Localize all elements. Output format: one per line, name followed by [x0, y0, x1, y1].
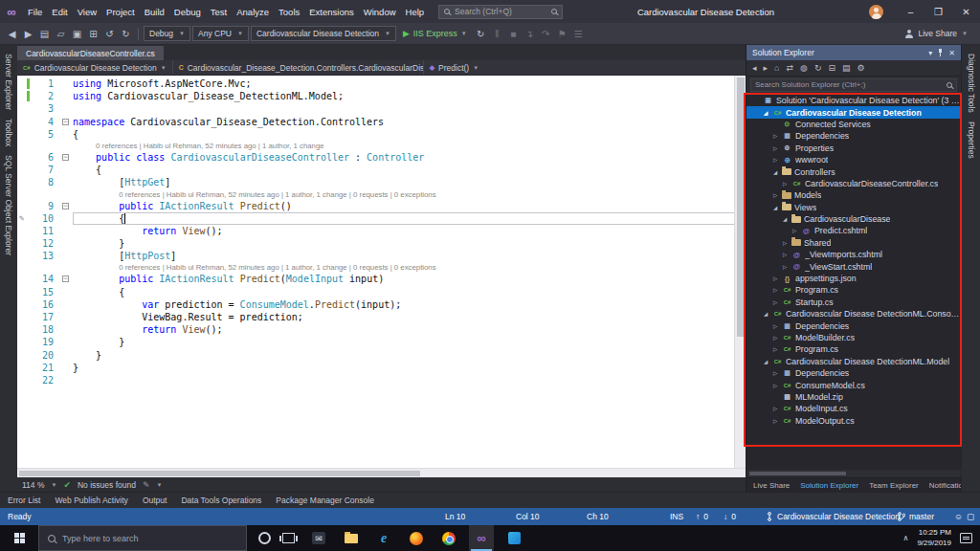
- sync-counts[interactable]: ↑ 0 ↓ 0: [696, 508, 736, 525]
- project-dropdown[interactable]: C# Cardiovascular Disease Detection ▼: [17, 60, 173, 75]
- panel-tab-solution-explorer[interactable]: Solution Explorer: [796, 481, 862, 490]
- code-line[interactable]: 12 }: [17, 237, 746, 250]
- code-line[interactable]: 4–namespace Cardiovascular_Disease_Detec…: [17, 116, 746, 128]
- tree-item[interactable]: ▷⚙Properties: [746, 143, 961, 154]
- minimize-button[interactable]: –: [897, 0, 924, 23]
- menu-item-file[interactable]: File: [23, 7, 47, 17]
- vertical-scrollbar[interactable]: [734, 76, 746, 468]
- tree-collapsed-arrow-icon[interactable]: ▷: [781, 264, 789, 270]
- tree-item[interactable]: ▷▦Dependencies: [746, 367, 961, 379]
- user-avatar[interactable]: [869, 5, 883, 19]
- tree-collapsed-arrow-icon[interactable]: ▷: [781, 252, 789, 257]
- tree-item[interactable]: ▷C#Startup.cs: [746, 297, 961, 308]
- tree-item[interactable]: ▣Solution 'Cardiovascular Disease Detect…: [746, 95, 961, 106]
- tree-collapsed-arrow-icon[interactable]: ▷: [781, 240, 789, 246]
- scrollbar-thumb[interactable]: [737, 77, 745, 337]
- tree-collapsed-arrow-icon[interactable]: ▷: [771, 346, 779, 352]
- code-line[interactable]: 22: [17, 374, 746, 386]
- zoom-level-dropdown[interactable]: 114 %: [22, 480, 44, 490]
- feedback-icon[interactable]: ☺: [954, 508, 963, 525]
- code-editor[interactable]: 1using Microsoft.AspNetCore.Mvc;2using C…: [17, 76, 746, 468]
- menu-item-debug[interactable]: Debug: [169, 7, 206, 17]
- close-icon[interactable]: ✕: [948, 49, 955, 57]
- tree-item[interactable]: ◢C#Cardiovascular Disease Detection: [746, 106, 961, 118]
- tree-collapsed-arrow-icon[interactable]: ▷: [771, 323, 779, 329]
- start-debugging-button[interactable]: ▶ IIS Express ▼: [398, 29, 472, 38]
- horizontal-scrollbar[interactable]: [746, 470, 961, 477]
- back-icon[interactable]: ◂: [752, 63, 757, 73]
- notification-bell-icon[interactable]: ▢: [967, 508, 974, 525]
- visual-studio-icon[interactable]: ∞: [469, 525, 494, 551]
- refresh-icon[interactable]: ↻: [474, 29, 488, 39]
- fold-collapse-icon[interactable]: –: [62, 203, 69, 209]
- photos-icon[interactable]: [501, 525, 526, 551]
- tree-collapsed-arrow-icon[interactable]: ▷: [771, 406, 779, 411]
- repository-indicator[interactable]: Cardiovascular Disease Detection: [766, 508, 900, 525]
- tool-tab-properties[interactable]: Properties: [967, 121, 976, 159]
- panel-tab-package-manager-console[interactable]: Package Manager Console: [276, 496, 374, 505]
- code-line[interactable]: ✎10 {: [17, 212, 746, 225]
- code-line[interactable]: 11 return View();: [17, 225, 746, 237]
- live-share-button[interactable]: Live Share ▼: [904, 29, 975, 38]
- tree-item[interactable]: ▷Shared: [746, 237, 961, 249]
- scrollbar-thumb[interactable]: [749, 472, 846, 475]
- tree-item[interactable]: ▷C#ModelBuilder.cs: [746, 332, 961, 343]
- show-all-files-icon[interactable]: ▤: [842, 63, 851, 73]
- refresh-icon[interactable]: ↻: [814, 63, 822, 73]
- fold-collapse-icon[interactable]: –: [62, 276, 69, 282]
- tree-item[interactable]: ▷@_ViewImports.cshtml: [746, 249, 961, 260]
- forward-icon[interactable]: ▸: [764, 63, 768, 73]
- tree-collapsed-arrow-icon[interactable]: ▷: [771, 192, 779, 198]
- tree-item[interactable]: ▷{}appsettings.json: [746, 273, 961, 284]
- quick-search-input[interactable]: Search (Ctrl+Q): [438, 5, 563, 19]
- platform-dropdown[interactable]: Any CPU▼: [192, 26, 249, 41]
- tree-item[interactable]: ◢C#Cardiovascular Disease DetectionML.Mo…: [746, 356, 961, 367]
- pencil-icon[interactable]: ✎: [143, 480, 150, 490]
- issues-status[interactable]: No issues found: [78, 480, 136, 490]
- code-line[interactable]: 19 }: [17, 336, 746, 348]
- chevron-up-icon[interactable]: ∧: [903, 534, 909, 542]
- stop-icon[interactable]: ■: [506, 29, 521, 39]
- code-line[interactable]: 13 [HttpPost]: [17, 250, 746, 262]
- firefox-icon[interactable]: [404, 525, 429, 551]
- step-over-icon[interactable]: ↷: [539, 29, 553, 39]
- break-all-icon[interactable]: ‖: [490, 29, 504, 39]
- member-dropdown[interactable]: ◆ Predict() ▼: [424, 60, 484, 75]
- code-line[interactable]: 8 [HttpGet]: [17, 176, 746, 188]
- code-line[interactable]: 2using Cardiovascular_Disease_DetectionM…: [17, 90, 746, 102]
- code-line[interactable]: 7 {: [17, 164, 746, 176]
- start-button[interactable]: [0, 525, 38, 551]
- tree-collapsed-arrow-icon[interactable]: ▷: [771, 145, 779, 151]
- edge-icon[interactable]: e: [371, 525, 396, 551]
- code-line[interactable]: 1using Microsoft.AspNetCore.Mvc;: [17, 77, 746, 90]
- tree-item[interactable]: ▷▦Dependencies: [746, 320, 961, 331]
- tree-expanded-arrow-icon[interactable]: ◢: [781, 216, 789, 222]
- properties-icon[interactable]: ⚙: [858, 63, 865, 73]
- tree-item[interactable]: ▷C#Program.cs: [746, 284, 961, 296]
- column-indicator[interactable]: Col 10: [516, 508, 583, 525]
- new-project-icon[interactable]: ▤: [37, 29, 52, 39]
- collapse-all-icon[interactable]: ⊟: [828, 63, 835, 73]
- code-line[interactable]: 18 return View();: [17, 323, 746, 336]
- file-explorer-icon[interactable]: [339, 525, 364, 551]
- pending-changes-filter-icon[interactable]: ◍: [800, 63, 808, 73]
- tree-item[interactable]: ▷C#ConsumeModel.cs: [746, 379, 961, 390]
- tree-collapsed-arrow-icon[interactable]: ▷: [771, 418, 779, 424]
- horizontal-scrollbar[interactable]: [17, 468, 746, 477]
- panel-tab-team-explorer[interactable]: Team Explorer: [865, 481, 923, 490]
- tree-expanded-arrow-icon[interactable]: ◢: [762, 110, 769, 116]
- tree-collapsed-arrow-icon[interactable]: ▷: [771, 287, 779, 293]
- panel-tab-data-tools-operations[interactable]: Data Tools Operations: [181, 496, 261, 505]
- character-indicator[interactable]: Ch 10: [587, 508, 666, 525]
- tree-item[interactable]: ▷@Predict.cshtml: [746, 225, 961, 236]
- tree-collapsed-arrow-icon[interactable]: ▷: [771, 157, 779, 163]
- code-line[interactable]: 20 }: [17, 349, 746, 362]
- tree-item[interactable]: ▷C#CardiovascularDiseaseController.cs: [746, 178, 961, 189]
- scrollbar-thumb[interactable]: [19, 471, 420, 476]
- tree-collapsed-arrow-icon[interactable]: ▷: [781, 181, 789, 187]
- menu-item-edit[interactable]: Edit: [47, 7, 72, 17]
- tree-item[interactable]: ▷⊕wwwroot: [746, 154, 961, 165]
- fold-collapse-icon[interactable]: –: [62, 119, 69, 125]
- save-all-icon[interactable]: ⊞: [86, 29, 100, 39]
- code-line[interactable]: 21}: [17, 362, 746, 374]
